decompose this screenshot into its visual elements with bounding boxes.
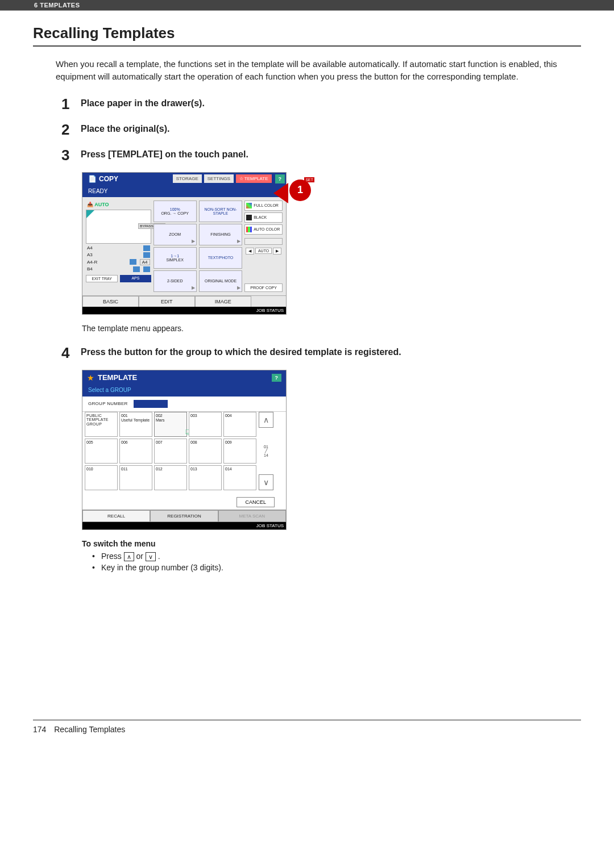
group-cell-public[interactable]: PUBLIC TEMPLATE GROUP [85, 412, 118, 437]
help-button[interactable]: ? [272, 374, 282, 382]
chevron-right-icon: ▶ [192, 285, 195, 290]
step-1-number: 1 [61, 95, 81, 113]
auto-color-icon [246, 227, 252, 232]
step-4-title: Press the button for the group to which … [81, 344, 401, 362]
tab-basic[interactable]: BASIC [82, 296, 139, 307]
finishing-button[interactable]: FINISHING▶ [199, 224, 242, 245]
page-number: 174 [33, 725, 46, 734]
group-cell-009[interactable]: 009 [223, 439, 256, 464]
up-key-icon: ∧ [124, 552, 134, 561]
group-number-label: GROUP NUMBER [88, 401, 128, 406]
group-cell-001[interactable]: 001Useful Template [119, 412, 152, 437]
tab-meta-scan[interactable]: META SCAN [218, 510, 286, 522]
density-gauge [244, 238, 283, 245]
finishing-value-button[interactable]: NON-SORT NON-STAPLE [199, 201, 242, 222]
top-breadcrumb: 6 TEMPLATES [0, 0, 614, 11]
template-button[interactable]: ☆ TEMPLATE [236, 174, 272, 183]
two-sided-button[interactable]: 2-SIDED▶ [154, 270, 197, 292]
cancel-button[interactable]: CANCEL [237, 497, 275, 507]
step-1-title: Place paper in the drawer(s). [81, 95, 205, 113]
group-cell-007[interactable]: 007 [154, 439, 187, 464]
callout-1: SET 1 [281, 180, 311, 209]
tab-recall[interactable]: RECALL [82, 510, 150, 522]
group-cell-006[interactable]: 006 [119, 439, 152, 464]
tab-image[interactable]: IMAGE [195, 296, 251, 307]
original-mode-button[interactable]: ORIGINAL MODE▶ [199, 270, 242, 292]
storage-button[interactable]: STORAGE [173, 174, 202, 183]
callout-number: 1 [289, 180, 311, 201]
ready-label: READY [88, 188, 107, 194]
bullet-1: Press ∧ or ∨ . [92, 552, 581, 561]
tray-a3[interactable]: A3 [86, 252, 151, 258]
paper-preview: BYPASS FEED [86, 210, 151, 244]
scroll-up-button[interactable]: ∧ [259, 412, 273, 428]
copy-icon: 📄 [88, 175, 97, 183]
page-indicator: 01 ╱ 14 [259, 428, 273, 474]
step-3-number: 3 [61, 147, 81, 164]
black-icon [246, 215, 252, 220]
job-status-button[interactable]: JOB STATUS [256, 523, 284, 528]
copy-label: COPY [99, 175, 118, 183]
group-cell-012[interactable]: 012 [154, 465, 187, 490]
down-key-icon: ∨ [146, 552, 156, 561]
tray-b4[interactable]: B4 [86, 266, 151, 273]
star-icon: ★ [87, 373, 94, 382]
template-panel: ★ TEMPLATE ? Select a GROUP GROUP NUMBER… [82, 370, 287, 530]
step-2-title: Place the original(s). [81, 121, 169, 139]
auto-color-button[interactable]: AUTO COLOR [244, 224, 283, 235]
group-cell-010[interactable]: 010 [85, 465, 118, 490]
scroll-down-button[interactable]: ∨ [259, 474, 273, 490]
step-3-note: The template menu appears. [82, 324, 581, 333]
proof-copy-button[interactable]: PROOF COPY [244, 283, 283, 292]
full-color-icon [246, 203, 252, 208]
group-cell-003[interactable]: 003 [189, 412, 222, 437]
footer-title: Recalling Templates [54, 725, 125, 734]
settings-button[interactable]: SETTINGS [204, 174, 234, 183]
group-cell-008[interactable]: 008 [189, 439, 222, 464]
text-photo-button[interactable]: TEXT/PHOTO [199, 247, 242, 269]
switch-menu-heading: To switch the menu [82, 539, 581, 548]
zoom-value-button[interactable]: 100%ORG. → COPY [154, 201, 197, 222]
chevron-right-icon: ▶ [192, 239, 195, 244]
template-title: TEMPLATE [98, 373, 137, 382]
zoom-button[interactable]: ZOOM▶ [154, 224, 197, 245]
step-3-title: Press [TEMPLATE] on the touch panel. [81, 147, 248, 164]
group-cell-013[interactable]: 013 [189, 465, 222, 490]
density-left-button[interactable]: ◀ [246, 248, 254, 254]
density-right-button[interactable]: ▶ [273, 248, 281, 254]
density-auto-button[interactable]: AUTO [255, 248, 272, 254]
exit-tray-button[interactable]: EXIT TRAY [86, 275, 118, 282]
group-cell-014[interactable]: 014 [223, 465, 256, 490]
chevron-right-icon: ▶ [237, 239, 240, 244]
auto-label: 📥 AUTO [86, 201, 151, 208]
template-subtitle: Select a GROUP [82, 385, 286, 397]
tray-a4[interactable]: A4 [86, 245, 151, 252]
simplex-value-button[interactable]: 1→1SIMPLEX [154, 247, 197, 269]
tab-edit[interactable]: EDIT [139, 296, 195, 307]
job-status-button[interactable]: JOB STATUS [256, 308, 284, 313]
intro-text: When you recall a template, the function… [56, 58, 581, 83]
tab-registration[interactable]: REGISTRATION [150, 510, 218, 522]
group-number-field[interactable] [134, 400, 168, 408]
chevron-right-icon: ▶ [237, 285, 240, 290]
group-cell-011[interactable]: 011 [119, 465, 152, 490]
aps-button[interactable]: APS [120, 275, 151, 282]
group-cell-004[interactable]: 004 [223, 412, 256, 437]
copy-tab[interactable]: 📄COPY [82, 173, 124, 185]
template-label: TEMPLATE [244, 176, 268, 181]
group-cell-002[interactable]: 002Mars☟ [154, 412, 187, 437]
page-title: Recalling Templates [33, 24, 581, 47]
bullet-2: Key in the group number (3 digits). [92, 563, 581, 572]
step-2-number: 2 [61, 121, 81, 139]
black-button[interactable]: BLACK [244, 212, 283, 223]
copy-panel: 📄COPY STORAGE SETTINGS ☆ TEMPLATE ? READ… [82, 172, 287, 315]
group-cell-005[interactable]: 005 [85, 439, 118, 464]
tray-a4r[interactable]: A4-RA4 [86, 258, 151, 266]
step-4-number: 4 [61, 344, 81, 362]
